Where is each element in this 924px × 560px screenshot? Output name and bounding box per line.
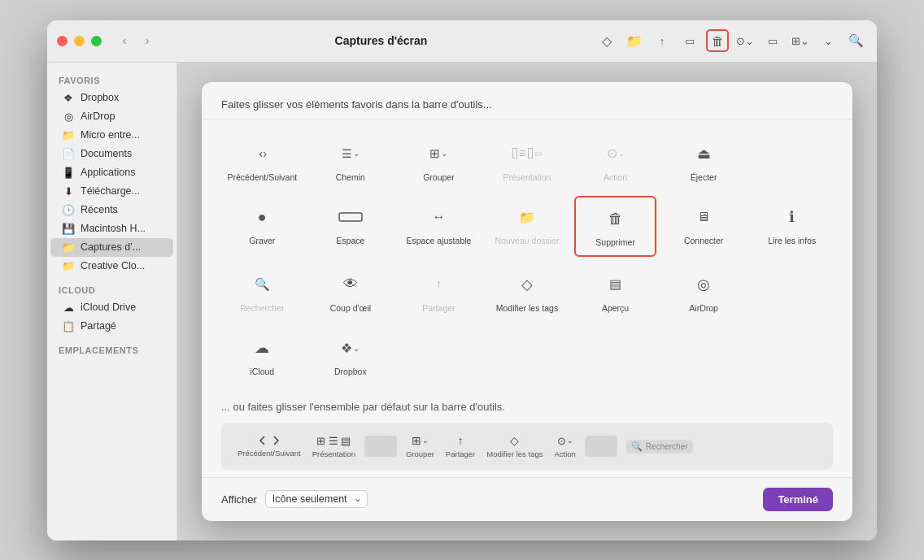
- chevron-icon[interactable]: ⌄: [817, 29, 839, 52]
- dt-action-icon: ⊙⌄: [557, 435, 573, 447]
- tool-airdrop[interactable]: ◎ AirDrop: [663, 263, 745, 321]
- tool-partager[interactable]: ↑ Partager: [398, 263, 480, 321]
- tool-graver[interactable]: ● Graver: [221, 196, 303, 257]
- dropbox-tool-label: Dropbox: [334, 367, 367, 378]
- svg-rect-0: [339, 213, 362, 221]
- tool-presentation[interactable]: ☰ ▭ Présentation: [486, 132, 569, 190]
- sidebar-item-partage[interactable]: 📋 Partagé: [50, 317, 173, 336]
- tool-espace[interactable]: Espace: [310, 196, 392, 257]
- fullscreen-button[interactable]: [91, 36, 102, 46]
- content-area: Faites glisser vos éléments favoris dans…: [177, 63, 877, 540]
- tool-connecter[interactable]: 🖥 Connecter: [663, 196, 745, 257]
- sidebar-item-icloud-drive[interactable]: ☁ iCloud Drive: [50, 298, 173, 317]
- search-icon[interactable]: 🔍: [844, 29, 867, 52]
- close-button[interactable]: [57, 36, 68, 46]
- action-label: Action: [604, 172, 627, 184]
- lire-infos-label: Lire les infos: [768, 236, 816, 247]
- minimize-button[interactable]: [74, 36, 85, 46]
- dt-presentation[interactable]: ⊞ ☰ ▤ Présentation: [307, 432, 360, 462]
- sidebar-item-airdrop[interactable]: ◎ AirDrop: [50, 107, 173, 126]
- tool-nouveau-dossier[interactable]: 📁 Nouveau dossier: [486, 196, 569, 257]
- chemin-label: Chemin: [336, 172, 365, 184]
- graver-icon: ●: [247, 202, 277, 232]
- tool-rechercher[interactable]: 🔍 Rechercher: [221, 263, 303, 321]
- columns-icon[interactable]: ⊞⌄: [789, 29, 812, 52]
- tool-dropbox[interactable]: ❖⌄ Dropbox: [310, 327, 392, 384]
- captures-icon: 📁: [62, 241, 75, 254]
- grouper-label: Grouper: [423, 172, 455, 184]
- dt-action[interactable]: ⊙⌄ Action: [549, 432, 580, 462]
- sidebar-section-icloud: iCloud: [47, 282, 177, 298]
- main-area: Favoris ❖ Dropbox ◎ AirDrop 📁 Micro entr…: [47, 63, 877, 540]
- tool-espace-ajustable[interactable]: ↔ Espace ajustable: [398, 196, 480, 257]
- apercu-icon: ▤: [601, 270, 630, 299]
- sidebar-item-dropbox[interactable]: ❖ Dropbox: [50, 89, 173, 107]
- sidebar-item-recents[interactable]: 🕒 Récents: [50, 201, 173, 219]
- dt-space1: [364, 436, 397, 457]
- dt-prev-next-label: Précédent/Suivant: [238, 449, 301, 458]
- dt-partager[interactable]: ↑ Partager: [441, 431, 480, 462]
- section2-label: ... ou faites glisser l'ensemble par déf…: [221, 401, 833, 413]
- back-button[interactable]: ‹: [115, 31, 134, 50]
- chemin-icon: ☰⌄: [336, 139, 365, 168]
- display-select[interactable]: Icône seulement Icône et texte Texte seu…: [265, 490, 368, 508]
- sidebar-item-documents[interactable]: 📄 Documents: [50, 145, 173, 163]
- sidebar-item-creative[interactable]: 📁 Creative Clo...: [50, 257, 173, 276]
- nouveau-dossier-icon: 📁: [512, 202, 542, 232]
- sidebar-label-icloud-drive: iCloud Drive: [81, 302, 136, 313]
- dt-rechercher[interactable]: 🔍 Rechercher: [621, 436, 698, 457]
- tool-supprimer[interactable]: 🗑 Supprimer: [574, 196, 656, 257]
- grouper-icon: ⊞⌄: [424, 139, 453, 168]
- dt-grouper[interactable]: ⊞⌄ Grouper: [401, 431, 439, 462]
- action-icon[interactable]: ⊙⌄: [734, 29, 756, 52]
- sidebar-item-macintosh[interactable]: 💾 Macintosh H...: [50, 219, 173, 238]
- new-folder-icon[interactable]: 📁: [623, 29, 646, 52]
- rechercher-icon: 🔍: [247, 270, 277, 299]
- action-icon: ⊙⌄: [601, 139, 630, 168]
- micro-icon: 📁: [62, 129, 75, 141]
- trash-icon[interactable]: 🗑: [706, 29, 729, 52]
- icloud-drive-icon: ☁: [62, 302, 75, 314]
- sidebar-item-micro[interactable]: 📁 Micro entre...: [50, 126, 173, 145]
- icloud-tool-label: iCloud: [250, 367, 274, 378]
- tool-chemin[interactable]: ☰⌄ Chemin: [310, 132, 392, 190]
- tool-modifier-tags[interactable]: ◇ Modifier les tags: [486, 263, 569, 321]
- tool-lire-infos[interactable]: ℹ Lire les infos: [751, 196, 833, 257]
- share-icon[interactable]: ↑: [651, 29, 673, 52]
- tool-apercu[interactable]: ▤ Aperçu: [574, 263, 656, 321]
- sidebar-label-macintosh: Macintosh H...: [81, 223, 146, 234]
- display-select-wrap[interactable]: Icône seulement Icône et texte Texte seu…: [265, 490, 368, 508]
- tag-icon[interactable]: ◇: [595, 29, 618, 52]
- customize-toolbar-modal: Faites glisser vos éléments favoris dans…: [202, 82, 852, 521]
- tool-icloud[interactable]: ☁ iCloud: [221, 327, 303, 384]
- afficher-label: Afficher: [221, 493, 257, 506]
- panel-toggle-icon[interactable]: ▭: [761, 29, 784, 52]
- tool-grouper[interactable]: ⊞⌄ Grouper: [398, 132, 480, 190]
- espace-label: Espace: [336, 236, 364, 247]
- sidebar-toggle-icon[interactable]: ▭: [678, 29, 701, 52]
- dt-modifier-tags-label: Modifier les tags: [486, 449, 543, 458]
- toolbar-icons: ◇ 📁 ↑ ▭ 🗑 ⊙⌄ ▭ ⊞⌄ ⌄ 🔍: [595, 29, 867, 52]
- tool-ejecter[interactable]: ⏏ Éjecter: [663, 132, 745, 190]
- tool-prev-next[interactable]: ‹ › Précédent/Suivant: [221, 132, 303, 190]
- tool-coup-oeil[interactable]: 👁 Coup d'œil: [310, 263, 392, 321]
- sidebar-item-captures[interactable]: 📁 Captures d'...: [50, 238, 173, 257]
- sidebar-item-telechargements[interactable]: ⬇ Télécharge...: [50, 182, 173, 201]
- coup-oeil-icon: 👁: [336, 270, 365, 299]
- airdrop-tool-label: AirDrop: [689, 303, 718, 315]
- macintosh-icon: 💾: [62, 223, 75, 235]
- sidebar-item-applications[interactable]: 📱 Applications: [50, 163, 173, 182]
- finish-button[interactable]: Terminé: [763, 488, 833, 511]
- prev-next-label: Précédent/Suivant: [227, 172, 297, 184]
- traffic-lights: [57, 36, 102, 46]
- prev-next-icon: ‹ ›: [247, 139, 277, 168]
- dt-prev-next[interactable]: Précédent/Suivant: [233, 432, 306, 461]
- forward-button[interactable]: ›: [137, 31, 157, 50]
- espace-ajustable-icon: ↔: [424, 202, 453, 232]
- nouveau-dossier-label: Nouveau dossier: [495, 236, 560, 247]
- dropbox-icon: ❖: [62, 92, 75, 104]
- sidebar-label-recents: Récents: [81, 204, 118, 215]
- dt-modifier-tags[interactable]: ◇ Modifier les tags: [482, 431, 547, 462]
- tool-action[interactable]: ⊙⌄ Action: [574, 132, 656, 190]
- modal-body: ‹ › Précédent/Suivant ☰⌄ Chemin ⊞⌄ Group…: [202, 119, 852, 477]
